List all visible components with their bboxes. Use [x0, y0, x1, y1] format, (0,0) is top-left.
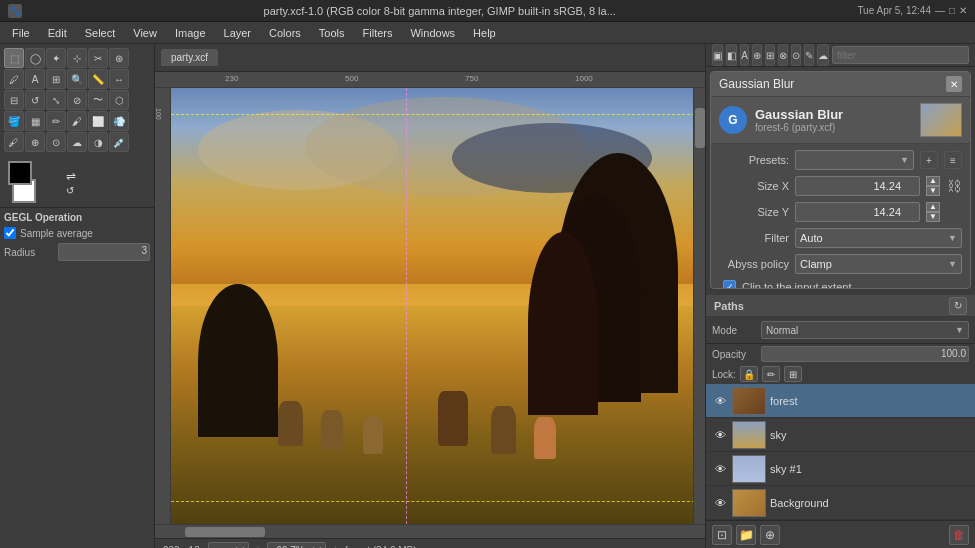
tool-paintbrush[interactable]: 🖌: [67, 111, 87, 131]
reset-colors-icon[interactable]: ↺: [66, 185, 76, 196]
tool-measure[interactable]: 📏: [88, 69, 108, 89]
opacity-slider[interactable]: 100.0: [761, 346, 969, 362]
mode-select[interactable]: Normal ▼: [761, 321, 969, 339]
tool-transform[interactable]: ↔: [109, 69, 129, 89]
close-btn[interactable]: ✕: [959, 5, 967, 16]
chain-link-icon[interactable]: ⛓: [946, 178, 962, 194]
tool-cage[interactable]: ⬡: [109, 90, 129, 110]
lock-pixels-btn[interactable]: 🔒: [740, 366, 758, 382]
size-y-down[interactable]: ▼: [926, 212, 940, 222]
size-y-up[interactable]: ▲: [926, 202, 940, 212]
tool-paths[interactable]: 🖊: [4, 69, 24, 89]
canvas-tab[interactable]: party.xcf: [161, 49, 218, 66]
tool-color-picker[interactable]: 💉: [109, 132, 129, 152]
presets-menu-btn[interactable]: ≡: [944, 151, 962, 169]
tool-ellipse-select[interactable]: ◯: [25, 48, 45, 68]
layer-visibility-forest[interactable]: 👁: [712, 393, 728, 409]
menu-layer[interactable]: Layer: [216, 25, 260, 41]
scrollbar-horizontal[interactable]: [155, 524, 705, 538]
tool-scissors[interactable]: ✂: [88, 48, 108, 68]
scrollbar-thumb-h[interactable]: [185, 527, 265, 537]
window-controls[interactable]: 🐾: [8, 4, 22, 18]
tool-shear[interactable]: ⊘: [67, 90, 87, 110]
layer-visibility-sky1[interactable]: 👁: [712, 461, 728, 477]
tool-pencil[interactable]: ✏: [46, 111, 66, 131]
tool-warp[interactable]: 〜: [88, 90, 108, 110]
menu-view[interactable]: View: [125, 25, 165, 41]
tool-eraser[interactable]: ⬜: [88, 111, 108, 131]
layer-item-sky1[interactable]: 👁 sky #1: [706, 452, 975, 486]
scrollbar-thumb-v[interactable]: [695, 108, 705, 148]
right-icon-7[interactable]: ✎: [804, 44, 814, 66]
menu-windows[interactable]: Windows: [402, 25, 463, 41]
unit-selector[interactable]: px: [208, 542, 249, 548]
menu-help[interactable]: Help: [465, 25, 504, 41]
layer-item-sky[interactable]: 👁 sky: [706, 418, 975, 452]
tool-clone[interactable]: ⊙: [46, 132, 66, 152]
menu-filters[interactable]: Filters: [355, 25, 401, 41]
tool-text[interactable]: A: [25, 69, 45, 89]
size-x-input[interactable]: 14.24: [795, 176, 920, 196]
right-icon-6[interactable]: ⊙: [791, 44, 801, 66]
dialog-close-button[interactable]: ✕: [946, 76, 962, 92]
abyss-select[interactable]: Clamp ▼: [795, 254, 962, 274]
tool-align[interactable]: ⊟: [4, 90, 24, 110]
tool-ink[interactable]: 🖋: [4, 132, 24, 152]
menu-edit[interactable]: Edit: [40, 25, 75, 41]
swap-colors-icon[interactable]: ⇌: [66, 169, 76, 183]
layer-item-forest[interactable]: 👁 forest: [706, 384, 975, 418]
right-icon-5[interactable]: ⊗: [778, 44, 788, 66]
filter-select[interactable]: Auto ▼: [795, 228, 962, 248]
menu-image[interactable]: Image: [167, 25, 214, 41]
scrollbar-vertical[interactable]: [693, 88, 705, 524]
size-y-input[interactable]: 14.24: [795, 202, 920, 222]
minimize-btn[interactable]: —: [935, 5, 945, 16]
paths-refresh-btn[interactable]: ↻: [949, 297, 967, 315]
zoom-selector[interactable]: 66.7%: [267, 542, 326, 548]
sample-avg-checkbox[interactable]: [4, 227, 16, 239]
right-icon-3[interactable]: ⊕: [752, 44, 762, 66]
fg-color-swatch[interactable]: [8, 161, 32, 185]
presets-add-btn[interactable]: +: [920, 151, 938, 169]
tool-color-balance[interactable]: ⊞: [46, 69, 66, 89]
menu-colors[interactable]: Colors: [261, 25, 309, 41]
filter-input[interactable]: [832, 46, 969, 64]
right-icon-1[interactable]: ▣: [712, 44, 723, 66]
tool-free-select[interactable]: ✦: [46, 48, 66, 68]
size-x-up[interactable]: ▲: [926, 176, 940, 186]
tool-blend[interactable]: ▦: [25, 111, 45, 131]
tool-zoom[interactable]: 🔍: [67, 69, 87, 89]
lock-alpha-btn[interactable]: ⊞: [784, 366, 802, 382]
layer-visibility-background[interactable]: 👁: [712, 495, 728, 511]
right-icon-8[interactable]: ☁: [817, 44, 829, 66]
menu-file[interactable]: File: [4, 25, 38, 41]
new-layer-from-visible-btn[interactable]: ⊡: [712, 525, 732, 545]
tool-rect-select[interactable]: ⬚: [4, 48, 24, 68]
right-icon-2[interactable]: ◧: [726, 44, 737, 66]
tool-fuzzy-select[interactable]: ⊹: [67, 48, 87, 68]
canvas-content[interactable]: [171, 88, 705, 524]
tool-scale[interactable]: ⤡: [46, 90, 66, 110]
layer-item-background[interactable]: 👁 Background: [706, 486, 975, 520]
maximize-btn[interactable]: □: [949, 5, 955, 16]
lock-position-btn[interactable]: ✏: [762, 366, 780, 382]
duplicate-layer-btn[interactable]: ⊕: [760, 525, 780, 545]
tool-heal[interactable]: ⊕: [25, 132, 45, 152]
clip-checkbox[interactable]: ✓: [723, 280, 736, 289]
radius-slider[interactable]: 3: [58, 243, 150, 261]
tool-rotate[interactable]: ↺: [25, 90, 45, 110]
new-layer-group-btn[interactable]: 📁: [736, 525, 756, 545]
tool-smudge[interactable]: ☁: [67, 132, 87, 152]
size-x-down[interactable]: ▼: [926, 186, 940, 196]
tool-foreground-select[interactable]: ⊛: [109, 48, 129, 68]
tool-airbrush[interactable]: 💨: [109, 111, 129, 131]
menu-tools[interactable]: Tools: [311, 25, 353, 41]
tool-dodge-burn[interactable]: ◑: [88, 132, 108, 152]
right-icon-4[interactable]: ⊞: [765, 44, 775, 66]
delete-layer-btn[interactable]: 🗑: [949, 525, 969, 545]
tool-bucket-fill[interactable]: 🪣: [4, 111, 24, 131]
layer-visibility-sky[interactable]: 👁: [712, 427, 728, 443]
presets-select[interactable]: ▼: [795, 150, 914, 170]
menu-select[interactable]: Select: [77, 25, 124, 41]
right-icon-text[interactable]: A: [740, 44, 749, 66]
